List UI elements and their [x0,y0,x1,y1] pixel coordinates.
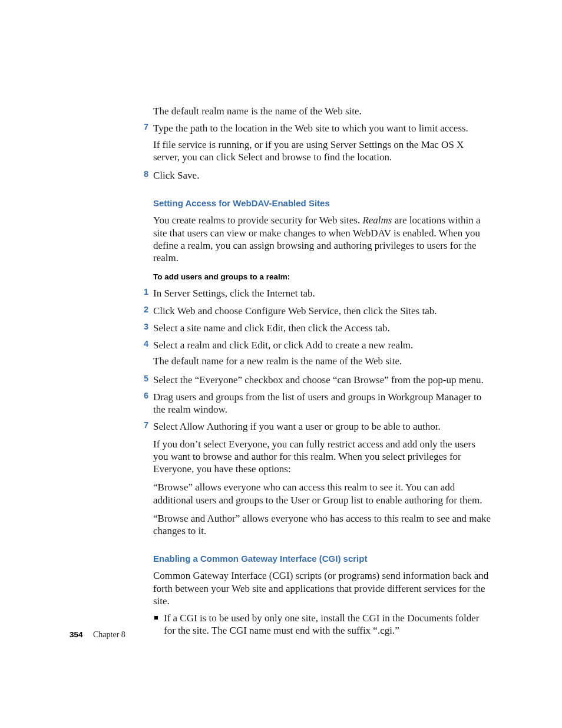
section-heading-webdav: Setting Access for WebDAV-Enabled Sites [153,198,491,208]
step-6: 6 Drag users and groups from the list of… [153,391,491,416]
step-text: Select Allow Authoring if you want a use… [153,420,491,433]
section1-p1a: You create realms to provide security fo… [153,215,362,226]
step-text: Select the “Everyone” checkbox and choos… [153,374,491,386]
step-text: Select a site name and click Edit, then … [153,322,491,334]
step-1: 1 In Server Settings, click the Internet… [153,287,491,299]
step-7-top: 7 Type the path to the location in the W… [153,122,491,163]
step-number: 7 [137,420,148,430]
step-after-text: The default name for a new realm is the … [153,355,491,367]
section2-paragraph: Common Gateway Interface (CGI) scripts (… [153,569,491,607]
step-8-top: 8 Click Save. [153,169,491,182]
bullet-text: If a CGI is to be used by only one site,… [164,612,491,637]
document-page: The default realm name is the name of th… [0,0,562,728]
step-number: 1 [137,287,148,297]
section-heading-cgi: Enabling a Common Gateway Interface (CGI… [153,554,491,564]
step-after-text: If file service is running, or if you ar… [153,139,491,164]
step-3: 3 Select a site name and click Edit, the… [153,322,491,334]
step-number: 5 [137,374,148,383]
subheading-add-users: To add users and groups to a realm: [153,272,491,281]
step-2: 2 Click Web and choose Configure Web Ser… [153,305,491,317]
step-text: In Server Settings, click the Internet t… [153,287,491,299]
intro-paragraph: The default realm name is the name of th… [153,105,491,117]
step-number: 2 [137,305,148,314]
page-number: 354 [70,630,83,639]
step-7: 7 Select Allow Authoring if you want a u… [153,420,491,433]
bullet-item-1: If a CGI is to be used by only one site,… [153,612,491,637]
step-number: 4 [137,339,148,348]
step-5: 5 Select the “Everyone” checkbox and cho… [153,374,491,386]
step-text: Click Web and choose Configure Web Servi… [153,305,491,317]
step-text: Type the path to the location in the Web… [153,122,491,134]
trailing-paragraph-1: If you don’t select Everyone, you can fu… [153,438,491,476]
section1-paragraph: You create realms to provide security fo… [153,214,491,264]
page-footer: 354 Chapter 8 [70,630,125,640]
step-number: 7 [137,122,148,131]
step-text: Click Save. [153,169,491,182]
chapter-label: Chapter 8 [93,630,125,639]
step-number: 6 [137,391,148,400]
step-text: Select a realm and click Edit, or click … [153,339,491,351]
trailing-paragraph-3: “Browse and Author” allows everyone who … [153,512,491,538]
section1-p1-em: Realms [362,215,392,226]
step-4: 4 Select a realm and click Edit, or clic… [153,339,491,368]
step-number: 8 [137,169,148,179]
step-number: 3 [137,322,148,331]
step-text: Drag users and groups from the list of u… [153,391,491,416]
trailing-paragraph-2: “Browse” allows everyone who can access … [153,481,491,506]
